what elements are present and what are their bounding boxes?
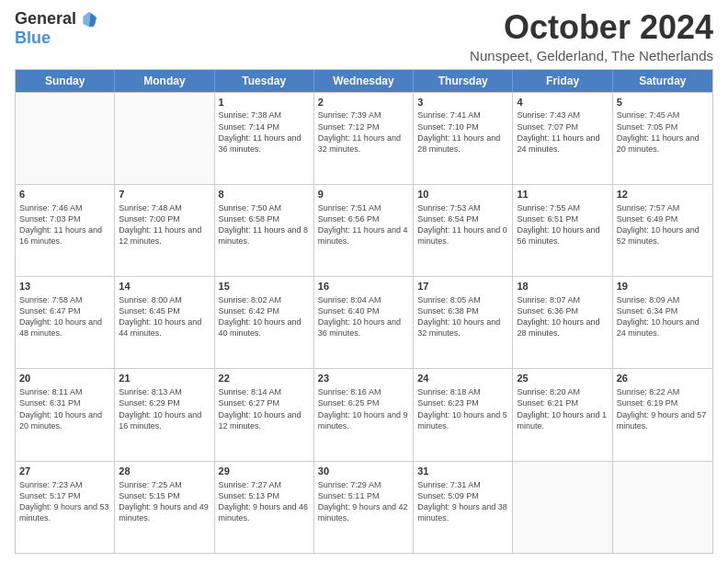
calendar-row-1: 6Sunrise: 7:46 AM Sunset: 7:03 PM Daylig… xyxy=(16,184,712,276)
day-number: 24 xyxy=(417,372,508,385)
header: General Blue October 2024 Nunspeet, Geld… xyxy=(15,9,713,63)
calendar-cell: 30Sunrise: 7:29 AM Sunset: 5:11 PM Dayli… xyxy=(314,462,414,553)
calendar-cell: 31Sunrise: 7:31 AM Sunset: 5:09 PM Dayli… xyxy=(414,462,513,553)
day-number: 7 xyxy=(119,188,210,201)
cell-info: Sunrise: 7:48 AM Sunset: 7:00 PM Dayligh… xyxy=(119,202,210,247)
calendar-header: SundayMondayTuesdayWednesdayThursdayFrid… xyxy=(16,70,712,92)
day-number: 1 xyxy=(219,96,310,109)
calendar-cell: 3Sunrise: 7:41 AM Sunset: 7:10 PM Daylig… xyxy=(414,93,513,184)
calendar-cell: 21Sunrise: 8:13 AM Sunset: 6:29 PM Dayli… xyxy=(115,369,214,460)
title-block: October 2024 Nunspeet, Gelderland, The N… xyxy=(470,9,713,63)
cell-info: Sunrise: 8:16 AM Sunset: 6:25 PM Dayligh… xyxy=(318,386,409,431)
day-number: 29 xyxy=(219,465,310,478)
header-day-saturday: Saturday xyxy=(613,70,712,92)
calendar-cell: 5Sunrise: 7:45 AM Sunset: 7:05 PM Daylig… xyxy=(613,93,712,184)
cell-info: Sunrise: 7:51 AM Sunset: 6:56 PM Dayligh… xyxy=(318,202,409,247)
day-number: 26 xyxy=(617,372,709,385)
day-number: 18 xyxy=(517,280,608,293)
cell-info: Sunrise: 7:50 AM Sunset: 6:58 PM Dayligh… xyxy=(219,202,310,247)
day-number: 2 xyxy=(318,96,409,109)
header-day-thursday: Thursday xyxy=(414,70,513,92)
cell-info: Sunrise: 7:25 AM Sunset: 5:15 PM Dayligh… xyxy=(119,479,210,524)
calendar-cell: 27Sunrise: 7:23 AM Sunset: 5:17 PM Dayli… xyxy=(16,462,115,553)
day-number: 22 xyxy=(219,372,310,385)
cell-info: Sunrise: 7:38 AM Sunset: 7:14 PM Dayligh… xyxy=(219,109,310,155)
cell-info: Sunrise: 7:23 AM Sunset: 5:17 PM Dayligh… xyxy=(19,479,110,524)
day-number: 11 xyxy=(517,188,608,201)
cell-info: Sunrise: 7:46 AM Sunset: 7:03 PM Dayligh… xyxy=(19,202,110,247)
cell-info: Sunrise: 8:09 AM Sunset: 6:34 PM Dayligh… xyxy=(617,294,709,339)
calendar-cell: 11Sunrise: 7:55 AM Sunset: 6:51 PM Dayli… xyxy=(513,185,612,276)
cell-info: Sunrise: 8:20 AM Sunset: 6:21 PM Dayligh… xyxy=(517,386,608,431)
calendar-cell: 13Sunrise: 7:58 AM Sunset: 6:47 PM Dayli… xyxy=(16,277,115,368)
header-day-tuesday: Tuesday xyxy=(215,70,314,92)
day-number: 23 xyxy=(318,372,409,385)
calendar-cell: 20Sunrise: 8:11 AM Sunset: 6:31 PM Dayli… xyxy=(16,369,115,460)
calendar-row-4: 27Sunrise: 7:23 AM Sunset: 5:17 PM Dayli… xyxy=(16,461,712,553)
month-title: October 2024 xyxy=(470,9,713,46)
cell-info: Sunrise: 7:29 AM Sunset: 5:11 PM Dayligh… xyxy=(318,479,409,524)
cell-info: Sunrise: 8:04 AM Sunset: 6:40 PM Dayligh… xyxy=(318,294,409,339)
calendar-cell: 22Sunrise: 8:14 AM Sunset: 6:27 PM Dayli… xyxy=(215,369,314,460)
cell-info: Sunrise: 8:11 AM Sunset: 6:31 PM Dayligh… xyxy=(19,386,110,431)
day-number: 3 xyxy=(417,96,508,109)
calendar-cell: 17Sunrise: 8:05 AM Sunset: 6:38 PM Dayli… xyxy=(414,277,513,368)
day-number: 28 xyxy=(119,465,210,478)
calendar-cell: 24Sunrise: 8:18 AM Sunset: 6:23 PM Dayli… xyxy=(414,369,513,460)
cell-info: Sunrise: 8:13 AM Sunset: 6:29 PM Dayligh… xyxy=(119,386,210,431)
cell-info: Sunrise: 8:00 AM Sunset: 6:45 PM Dayligh… xyxy=(119,294,210,339)
calendar-row-2: 13Sunrise: 7:58 AM Sunset: 6:47 PM Dayli… xyxy=(16,276,712,368)
cell-info: Sunrise: 7:41 AM Sunset: 7:10 PM Dayligh… xyxy=(417,109,508,155)
header-day-wednesday: Wednesday xyxy=(314,70,414,92)
day-number: 5 xyxy=(617,96,709,109)
day-number: 21 xyxy=(119,372,210,385)
day-number: 15 xyxy=(219,280,310,293)
cell-info: Sunrise: 8:22 AM Sunset: 6:19 PM Dayligh… xyxy=(617,386,709,431)
logo: General Blue xyxy=(15,9,98,48)
day-number: 20 xyxy=(19,372,110,385)
header-day-monday: Monday xyxy=(115,70,214,92)
cell-info: Sunrise: 7:58 AM Sunset: 6:47 PM Dayligh… xyxy=(19,294,110,339)
day-number: 4 xyxy=(517,96,608,109)
cell-info: Sunrise: 8:05 AM Sunset: 6:38 PM Dayligh… xyxy=(417,294,508,339)
day-number: 9 xyxy=(318,188,409,201)
day-number: 31 xyxy=(417,465,508,478)
calendar-cell: 12Sunrise: 7:57 AM Sunset: 6:49 PM Dayli… xyxy=(613,185,712,276)
day-number: 17 xyxy=(417,280,508,293)
calendar-cell xyxy=(513,462,612,553)
calendar-cell: 15Sunrise: 8:02 AM Sunset: 6:42 PM Dayli… xyxy=(215,277,314,368)
calendar-cell: 9Sunrise: 7:51 AM Sunset: 6:56 PM Daylig… xyxy=(314,185,414,276)
calendar-cell: 16Sunrise: 8:04 AM Sunset: 6:40 PM Dayli… xyxy=(314,277,414,368)
cell-info: Sunrise: 7:43 AM Sunset: 7:07 PM Dayligh… xyxy=(517,109,608,155)
calendar-cell: 4Sunrise: 7:43 AM Sunset: 7:07 PM Daylig… xyxy=(513,93,612,184)
calendar-cell xyxy=(115,93,214,184)
day-number: 25 xyxy=(517,372,608,385)
calendar-cell: 28Sunrise: 7:25 AM Sunset: 5:15 PM Dayli… xyxy=(115,462,214,553)
calendar-cell: 19Sunrise: 8:09 AM Sunset: 6:34 PM Dayli… xyxy=(613,277,712,368)
logo-icon xyxy=(80,10,98,29)
cell-info: Sunrise: 7:27 AM Sunset: 5:13 PM Dayligh… xyxy=(219,479,310,524)
location: Nunspeet, Gelderland, The Netherlands xyxy=(470,48,713,63)
cell-info: Sunrise: 7:45 AM Sunset: 7:05 PM Dayligh… xyxy=(617,109,709,155)
calendar-body: 1Sunrise: 7:38 AM Sunset: 7:14 PM Daylig… xyxy=(16,92,712,553)
logo-blue-text: Blue xyxy=(15,29,51,48)
header-day-friday: Friday xyxy=(513,70,612,92)
calendar-cell: 29Sunrise: 7:27 AM Sunset: 5:13 PM Dayli… xyxy=(215,462,314,553)
calendar-cell: 18Sunrise: 8:07 AM Sunset: 6:36 PM Dayli… xyxy=(513,277,612,368)
calendar-row-3: 20Sunrise: 8:11 AM Sunset: 6:31 PM Dayli… xyxy=(16,368,712,460)
cell-info: Sunrise: 8:14 AM Sunset: 6:27 PM Dayligh… xyxy=(219,386,310,431)
calendar-cell: 7Sunrise: 7:48 AM Sunset: 7:00 PM Daylig… xyxy=(115,185,214,276)
calendar-cell: 8Sunrise: 7:50 AM Sunset: 6:58 PM Daylig… xyxy=(215,185,314,276)
day-number: 6 xyxy=(19,188,110,201)
calendar-row-0: 1Sunrise: 7:38 AM Sunset: 7:14 PM Daylig… xyxy=(16,92,712,184)
calendar-cell: 6Sunrise: 7:46 AM Sunset: 7:03 PM Daylig… xyxy=(16,185,115,276)
cell-info: Sunrise: 7:57 AM Sunset: 6:49 PM Dayligh… xyxy=(617,202,709,247)
cell-info: Sunrise: 7:39 AM Sunset: 7:12 PM Dayligh… xyxy=(318,109,409,155)
calendar: SundayMondayTuesdayWednesdayThursdayFrid… xyxy=(15,69,713,554)
day-number: 19 xyxy=(617,280,709,293)
cell-info: Sunrise: 7:53 AM Sunset: 6:54 PM Dayligh… xyxy=(417,202,508,247)
day-number: 27 xyxy=(19,465,110,478)
calendar-cell: 25Sunrise: 8:20 AM Sunset: 6:21 PM Dayli… xyxy=(513,369,612,460)
calendar-cell xyxy=(16,93,115,184)
cell-info: Sunrise: 8:18 AM Sunset: 6:23 PM Dayligh… xyxy=(417,386,508,431)
